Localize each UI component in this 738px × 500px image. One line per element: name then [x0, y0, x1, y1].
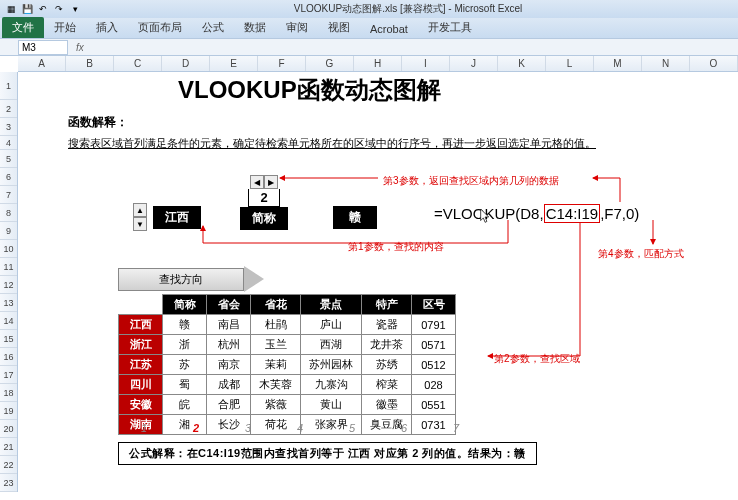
- arrow-down-icon[interactable]: ▼: [133, 217, 147, 231]
- arrow-left-icon[interactable]: ◀: [250, 175, 264, 189]
- table-cell: 杜鹃: [251, 315, 301, 335]
- column-header[interactable]: D: [162, 56, 210, 71]
- table-cell: 玉兰: [251, 335, 301, 355]
- undo-icon[interactable]: ↶: [36, 2, 50, 16]
- table-cell: 黄山: [301, 395, 362, 415]
- row-header[interactable]: 18: [0, 384, 17, 402]
- row-header[interactable]: 1: [0, 72, 17, 100]
- description-text: 搜索表区域首列满足条件的元素，确定待检索单元格所在的区域中的行序号，再进一步返回…: [68, 136, 596, 151]
- table-cell: 苏: [163, 355, 207, 375]
- column-header[interactable]: L: [546, 56, 594, 71]
- table-cell: 0571: [412, 335, 456, 355]
- annotation-param4: 第4参数，匹配方式: [598, 247, 684, 261]
- acrobat-tab[interactable]: Acrobat: [360, 20, 418, 38]
- column-header[interactable]: E: [210, 56, 258, 71]
- table-cell: 0791: [412, 315, 456, 335]
- column-header[interactable]: F: [258, 56, 306, 71]
- titlebar: ▦ 💾 ↶ ↷ ▾ VLOOKUP动态图解.xls [兼容模式] - Micro…: [0, 0, 738, 18]
- table-cell: 成都: [207, 375, 251, 395]
- column-header[interactable]: G: [306, 56, 354, 71]
- sheet-area: ABCDEFGHIJKLMNO 123456789101112131415161…: [0, 56, 738, 500]
- table-cell: 庐山: [301, 315, 362, 335]
- layout-tab[interactable]: 页面布局: [128, 17, 192, 38]
- redo-icon[interactable]: ↷: [52, 2, 66, 16]
- table-cell: 苏州园林: [301, 355, 362, 375]
- row-header[interactable]: 20: [0, 420, 17, 438]
- table-row-label: 浙江: [119, 335, 163, 355]
- column-header[interactable]: K: [498, 56, 546, 71]
- table-cell: 榨菜: [362, 375, 412, 395]
- arrow-up-icon[interactable]: ▲: [133, 203, 147, 217]
- row-spinner[interactable]: ▲ ▼: [133, 203, 147, 231]
- column-header[interactable]: H: [354, 56, 402, 71]
- result-value: 赣: [333, 206, 377, 229]
- column-header[interactable]: M: [594, 56, 642, 71]
- row-header[interactable]: 15: [0, 330, 17, 348]
- row-header[interactable]: 4: [0, 136, 17, 150]
- fx-icon[interactable]: fx: [68, 42, 92, 53]
- row-header[interactable]: 3: [0, 118, 17, 136]
- annotation-param1: 第1参数，查找的内容: [348, 240, 444, 254]
- column-header[interactable]: B: [66, 56, 114, 71]
- ribbon-tabs: 文件 开始 插入 页面布局 公式 数据 审阅 视图 Acrobat 开发工具: [0, 18, 738, 38]
- row-header[interactable]: 17: [0, 366, 17, 384]
- row-header[interactable]: 2: [0, 100, 17, 118]
- column-number: 1: [118, 422, 170, 434]
- home-tab[interactable]: 开始: [44, 17, 86, 38]
- column-header[interactable]: N: [642, 56, 690, 71]
- table-row-label: 四川: [119, 375, 163, 395]
- arrow-right-icon[interactable]: ▶: [264, 175, 278, 189]
- developer-tab[interactable]: 开发工具: [418, 17, 482, 38]
- table-cell: 苏绣: [362, 355, 412, 375]
- row-header[interactable]: 13: [0, 294, 17, 312]
- table-cell: 茉莉: [251, 355, 301, 375]
- qat-dropdown-icon[interactable]: ▾: [68, 2, 82, 16]
- column-number: 2: [170, 422, 222, 434]
- row-header[interactable]: 7: [0, 186, 17, 204]
- column-header[interactable]: I: [402, 56, 450, 71]
- row-header[interactable]: 12: [0, 276, 17, 294]
- window-title: VLOOKUP动态图解.xls [兼容模式] - Microsoft Excel: [82, 2, 734, 16]
- row-header[interactable]: 19: [0, 402, 17, 420]
- row-header[interactable]: 14: [0, 312, 17, 330]
- table-cell: 赣: [163, 315, 207, 335]
- name-box[interactable]: M3: [18, 40, 68, 55]
- table-cell: 028: [412, 375, 456, 395]
- save-icon[interactable]: 💾: [20, 2, 34, 16]
- row-header[interactable]: 16: [0, 348, 17, 366]
- data-tab[interactable]: 数据: [234, 17, 276, 38]
- page-title: VLOOKUP函数动态图解: [178, 74, 441, 106]
- row-header[interactable]: 11: [0, 258, 17, 276]
- file-tab[interactable]: 文件: [2, 17, 44, 38]
- row-header[interactable]: 8: [0, 204, 17, 222]
- column-number: 7: [430, 422, 482, 434]
- column-header[interactable]: O: [690, 56, 738, 71]
- col-spinner[interactable]: ◀ ▶: [250, 175, 278, 189]
- table-cell: 西湖: [301, 335, 362, 355]
- row-header[interactable]: 21: [0, 438, 17, 456]
- formulas-tab[interactable]: 公式: [192, 17, 234, 38]
- worksheet-canvas[interactable]: VLOOKUP函数动态图解 函数解释： 搜索表区域首列满足条件的元素，确定待检索…: [18, 72, 738, 500]
- table-cell: 0551: [412, 395, 456, 415]
- quick-access-toolbar: ▦ 💾 ↶ ↷ ▾: [4, 2, 82, 16]
- column-header[interactable]: A: [18, 56, 66, 71]
- excel-icon[interactable]: ▦: [4, 2, 18, 16]
- formula-explanation: 公式解释：在C14:I19范围内查找首列等于 江西 对应第 2 列的值。结果为：…: [118, 442, 537, 465]
- column-header[interactable]: J: [450, 56, 498, 71]
- row-header[interactable]: 10: [0, 240, 17, 258]
- review-tab[interactable]: 审阅: [276, 17, 318, 38]
- insert-tab[interactable]: 插入: [86, 17, 128, 38]
- row-header[interactable]: 6: [0, 168, 17, 186]
- row-header[interactable]: 9: [0, 222, 17, 240]
- row-header[interactable]: 22: [0, 456, 17, 474]
- table-header: 区号: [412, 295, 456, 315]
- column-header[interactable]: C: [114, 56, 162, 71]
- row-header[interactable]: 23: [0, 474, 17, 492]
- column-number: 3: [222, 422, 274, 434]
- table-cell: 南昌: [207, 315, 251, 335]
- table-cell: 木芙蓉: [251, 375, 301, 395]
- column-selector: ◀ ▶ 2 简称: [240, 175, 288, 230]
- row-header[interactable]: 5: [0, 150, 17, 168]
- table-header: 省花: [251, 295, 301, 315]
- view-tab[interactable]: 视图: [318, 17, 360, 38]
